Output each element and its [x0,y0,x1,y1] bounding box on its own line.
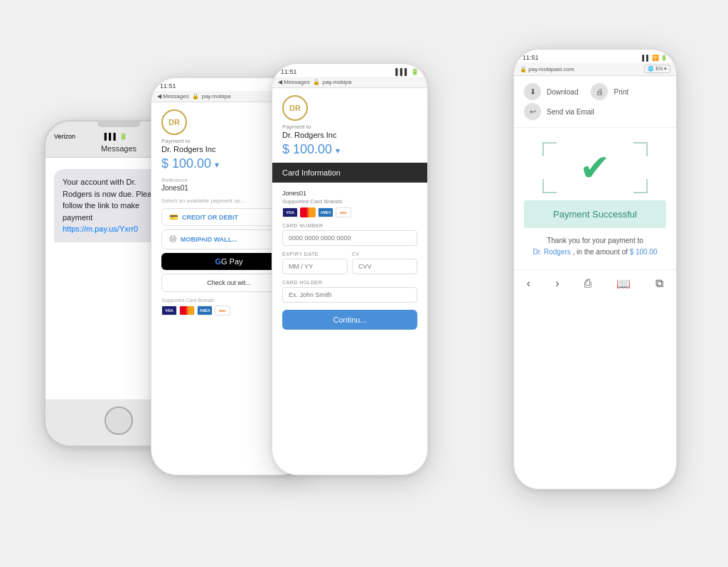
card-icon: 💳 [169,213,178,221]
card-merchant-name: Dr. Rodgers Inc [282,131,417,139]
success-banner: Payment Successful [524,200,666,228]
expiry-label: EXPIRY DATE [282,252,348,256]
email-icon[interactable]: ↩ [524,103,541,120]
back-btn[interactable]: ◀ Messages [157,93,189,99]
card-info-header: Card Information [272,163,427,183]
nav-tabs-icon[interactable]: ⧉ [655,277,663,291]
visa-icon: VISA [161,306,177,315]
discover-icon-2: DISC [336,207,351,217]
payment-time: 11:51 [160,82,176,90]
discover-icon: DISC [215,306,230,315]
card-number-label: CARD NUMBER [282,223,417,228]
card-url: pay.mobipa [323,79,352,85]
merchant-highlight: Dr. Rodgers [532,248,570,256]
send-email-row: ↩ Send via Email [524,103,666,120]
success-browser-bar: 🔒 pay.mobipaid.com 🌐 EN ▾ [514,63,676,76]
card-merchant-avatar: DR [282,95,308,121]
card-top-content: DR Payment to Dr. Rodgers Inc $ 100.00 ▾ [272,88,427,157]
download-row: ⬇ Download 🖨 Print [524,83,666,100]
nav-bookmarks-icon[interactable]: 📖 [616,277,631,291]
bracket-br [633,179,648,193]
phone-card-info: 11:51 ▌▌▌ 🔋 ◀ Messages 🔒 pay.mobipa DR P… [272,63,428,475]
nav-share-icon[interactable]: ⎙ [584,277,592,291]
card-time: 11:51 [281,68,297,75]
sms-message-text: Your account with Dr. Rodgers is now due… [63,178,160,222]
success-check-area: ✔ [514,128,676,193]
signal-battery: ▌▌ 🛜 🔋 [642,55,668,61]
card-browser-bar: ◀ Messages 🔒 pay.mobipa [272,77,427,88]
download-icon[interactable]: ⬇ [524,83,541,100]
notch [97,122,140,127]
card-payment-to-label: Payment to [282,124,417,130]
browser-navigation: ‹ › ⎙ 📖 ⧉ [514,269,676,298]
success-actions: ⬇ Download 🖨 Print ↩ Send via Email [514,76,676,128]
lock-icon: 🔒 [313,79,320,85]
amex-icon-2: AMEX [318,207,333,217]
cvv-label: CV [352,252,417,256]
card-number-input[interactable] [282,230,417,246]
card-supported-label: Supported Card Brands: [282,198,417,205]
success-message: Thank you for your payment to Dr. Rodger… [514,235,676,269]
carrier: Verizon [54,133,75,140]
signal-icons: ▌▌▌ 🔋 [105,133,128,140]
download-label[interactable]: Download [547,88,578,96]
language-selector[interactable]: 🌐 EN ▾ [644,65,670,73]
bracket-tl [542,142,557,156]
success-status-bar: 11:51 ▌▌ 🛜 🔋 [514,50,676,63]
signal-icons: ▌▌▌ 🔋 [395,68,419,75]
card-amount: $ 100.00 ▾ [282,142,417,157]
card-back-btn[interactable]: ◀ Messages [278,79,310,85]
scene: Verizon ▌▌▌ 🔋 10:14 AM Messages Your acc… [23,35,705,532]
success-time: 11:51 [523,54,539,61]
card-brands-2: VISA AMEX DISC [282,207,417,217]
nav-back-icon[interactable]: ‹ [527,277,530,291]
bracket-tr [633,142,648,156]
url: pay.mobipa [202,93,231,99]
wallet-icon: Ⓜ [169,234,176,244]
nav-forward-icon[interactable]: › [555,277,559,291]
expiry-input[interactable] [282,259,348,274]
home-button[interactable] [105,406,133,435]
cvv-field: CV [352,246,417,274]
cardholder-label: CARD HOLDER [282,280,417,285]
card-form-content: Jones01 Supported Card Brands: VISA AMEX… [272,183,427,337]
check-mark: ✔ [579,149,611,186]
print-label[interactable]: Print [614,88,628,96]
mastercard-icon-2 [300,207,316,217]
visa-icon-2: VISA [282,207,298,217]
sms-header-label: Messages [101,144,136,153]
phone-success: 11:51 ▌▌ 🛜 🔋 🔒 pay.mobipaid.com 🌐 EN ▾ ⬇… [513,49,677,490]
expiry-field: EXPIRY DATE [282,246,348,274]
continue-button[interactable]: Continu... [282,310,417,330]
bracket-bl [542,179,557,193]
merchant-avatar: DR [161,109,187,135]
success-url: 🔒 pay.mobipaid.com [520,66,574,72]
card-status-bar: 11:51 ▌▌▌ 🔋 [272,64,427,77]
lock-icon: 🔒 [192,93,199,99]
lock-icon-2: 🔒 [520,66,527,72]
expiry-cvv-row: EXPIRY DATE CV [282,246,417,274]
cvv-input[interactable] [352,259,417,274]
mastercard-icon [179,306,195,315]
amount-highlight: $ 100.00 [630,248,658,256]
amex-icon: AMEX [197,306,213,315]
sms-link[interactable]: https://m.pay.us/Yxrr0 [63,225,138,233]
cardholder-input[interactable] [282,287,417,303]
card-ref: Jones01 [282,190,417,197]
send-email-label[interactable]: Send via Email [547,108,594,116]
print-icon[interactable]: 🖨 [591,83,608,100]
